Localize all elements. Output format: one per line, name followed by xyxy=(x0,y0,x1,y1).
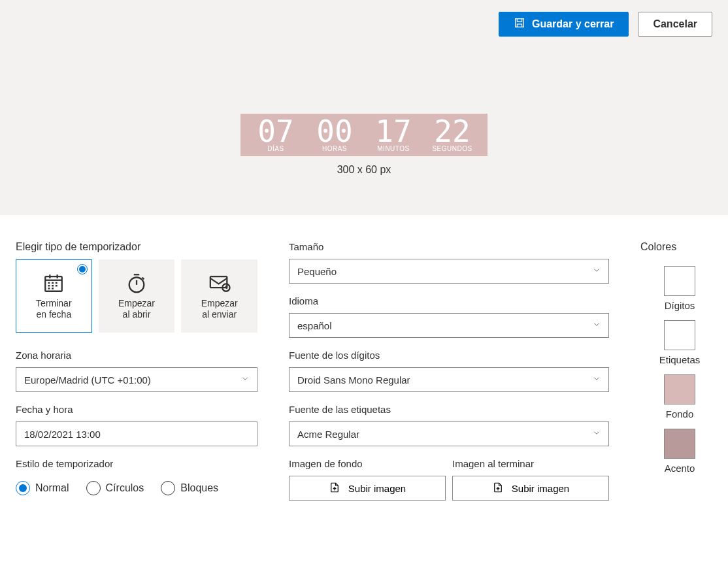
timer-label-days: DÍAS xyxy=(267,145,284,152)
color-label: Etiquetas xyxy=(659,354,701,365)
size-select[interactable]: Pequeño xyxy=(289,259,609,284)
bgimg-label: Imagen de fondo xyxy=(289,458,446,469)
timer-seg-minutes: 17 MINUTOS xyxy=(367,116,420,152)
timer-label-minutes: MINUTOS xyxy=(377,145,409,152)
save-icon xyxy=(514,17,525,31)
tile-label: Empezar al abrir xyxy=(118,298,155,320)
radio-label: Círculos xyxy=(106,482,144,494)
stopwatch-icon xyxy=(125,272,148,294)
color-background: Fondo xyxy=(647,374,712,420)
endimg-label: Imagen al terminar xyxy=(452,458,609,469)
toolbar: Guardar y cerrar Cancelar xyxy=(0,0,728,48)
size-label: Tamaño xyxy=(289,241,609,252)
digitfont-label: Fuente de los dígitos xyxy=(289,350,609,361)
size-value: Pequeño xyxy=(297,266,337,277)
timer-seg-seconds: 22 SEGUNDOS xyxy=(426,116,478,152)
labelfont-label: Fuente de las etiquetas xyxy=(289,404,609,415)
radio-indicator xyxy=(86,481,101,495)
tile-label: Empezar al enviar xyxy=(201,298,238,320)
radio-indicator xyxy=(16,481,30,495)
col-left: Elegir tipo de temporizador Terminar en … xyxy=(16,241,257,501)
datetime-value: 18/02/2021 13:00 xyxy=(24,429,101,440)
language-label: Idioma xyxy=(289,295,609,306)
col-mid: Tamaño Pequeño Idioma español xyxy=(289,241,609,501)
upload-label: Subir imagen xyxy=(512,483,569,494)
col-right: Colores Dígitos Etiquetas Fondo Acento xyxy=(640,241,712,501)
datetime-label: Fecha y hora xyxy=(16,404,257,415)
color-swatch-digits[interactable] xyxy=(664,266,695,296)
tile-start-on-send[interactable]: Empezar al enviar xyxy=(181,259,257,333)
color-accent: Acento xyxy=(647,429,712,474)
upload-icon xyxy=(492,482,504,495)
envelope-clock-icon xyxy=(208,272,231,294)
timer-seg-days: 07 DÍAS xyxy=(250,116,302,152)
timezone-select[interactable]: Europe/Madrid (UTC +01:00) xyxy=(16,367,257,392)
radio-label: Bloques xyxy=(180,482,218,494)
tile-end-on-date[interactable]: Terminar en fecha xyxy=(16,259,92,333)
language-select[interactable]: español xyxy=(289,313,609,338)
timer-seg-hours: 00 HORAS xyxy=(308,116,361,152)
cancel-button-label: Cancelar xyxy=(653,18,697,30)
datetime-input[interactable]: 18/02/2021 13:00 xyxy=(16,421,257,446)
digitfont-value: Droid Sans Mono Regular xyxy=(297,374,410,386)
config-panel: Elegir tipo de temporizador Terminar en … xyxy=(0,215,728,520)
timer-type-label: Elegir tipo de temporizador xyxy=(16,241,257,253)
bgimg-upload-button[interactable]: Subir imagen xyxy=(289,476,446,501)
timezone-label: Zona horaria xyxy=(16,350,257,361)
timer-value-seconds: 22 xyxy=(434,116,470,146)
radio-normal[interactable]: Normal xyxy=(16,481,69,495)
timer-preview-area: 07 DÍAS 00 HORAS 17 MINUTOS 22 SEGUNDOS … xyxy=(0,48,728,215)
labelfont-select[interactable]: Acme Regular xyxy=(289,421,609,446)
timer-type-tiles: Terminar en fecha Empezar al abrir xyxy=(16,259,257,333)
color-digits: Dígitos xyxy=(647,266,712,311)
radio-label: Normal xyxy=(35,482,69,494)
language-value: español xyxy=(297,320,332,331)
save-button-label: Guardar y cerrar xyxy=(532,18,614,30)
radio-circulos[interactable]: Círculos xyxy=(86,481,144,495)
color-swatch-labels[interactable] xyxy=(664,320,695,350)
calendar-icon xyxy=(42,272,65,294)
colors-title: Colores xyxy=(640,241,706,253)
endimg-upload-button[interactable]: Subir imagen xyxy=(452,476,609,501)
digitfont-select[interactable]: Droid Sans Mono Regular xyxy=(289,367,609,392)
upload-icon xyxy=(329,482,340,495)
timer-style-label: Estilo de temporizador xyxy=(16,458,257,469)
timezone-value: Europe/Madrid (UTC +01:00) xyxy=(24,374,151,386)
timer-label-hours: HORAS xyxy=(322,145,347,152)
color-swatch-accent[interactable] xyxy=(664,429,695,459)
upload-label: Subir imagen xyxy=(348,483,406,494)
color-label: Acento xyxy=(665,463,695,474)
timer-value-hours: 00 xyxy=(316,116,352,146)
radio-bloques[interactable]: Bloques xyxy=(161,481,218,495)
timer-preview: 07 DÍAS 00 HORAS 17 MINUTOS 22 SEGUNDOS xyxy=(240,114,488,156)
svg-rect-0 xyxy=(516,19,524,27)
preview-dimensions: 300 x 60 px xyxy=(337,164,391,176)
save-and-close-button[interactable]: Guardar y cerrar xyxy=(499,12,629,37)
tile-start-on-open[interactable]: Empezar al abrir xyxy=(99,259,175,333)
timer-value-days: 07 xyxy=(257,116,293,146)
color-label: Dígitos xyxy=(665,300,695,311)
color-labels: Etiquetas xyxy=(647,320,712,365)
svg-rect-3 xyxy=(210,276,227,288)
tile-radio-indicator xyxy=(77,264,88,274)
timer-style-radios: Normal Círculos Bloques xyxy=(16,481,257,495)
cancel-button[interactable]: Cancelar xyxy=(638,12,712,37)
timer-value-minutes: 17 xyxy=(375,116,411,146)
radio-indicator xyxy=(161,481,175,495)
labelfont-value: Acme Regular xyxy=(297,429,359,440)
color-label: Fondo xyxy=(666,408,694,420)
timer-label-seconds: SEGUNDOS xyxy=(432,145,472,152)
color-swatch-background[interactable] xyxy=(664,374,695,404)
tile-label: Terminar en fecha xyxy=(36,298,71,320)
